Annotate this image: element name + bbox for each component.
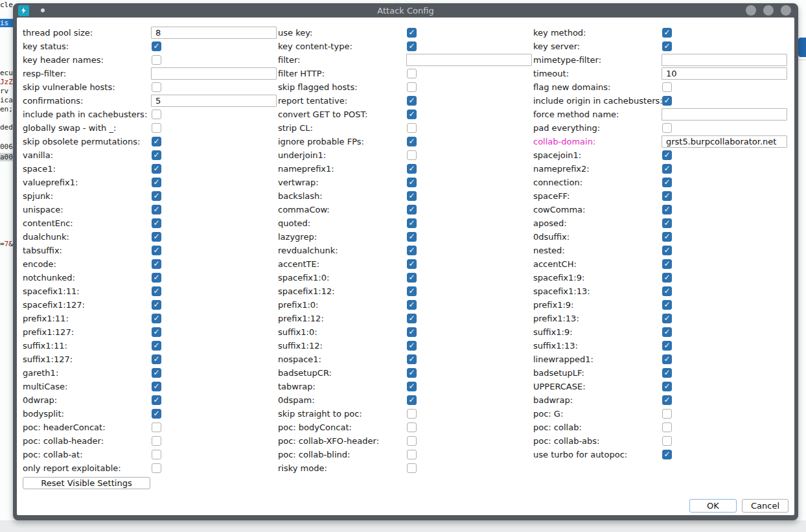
reset-visible-settings-button[interactable]: Reset Visible Settings xyxy=(23,477,150,489)
checkbox-0dwrap[interactable] xyxy=(152,395,161,405)
checkbox-unispace[interactable] xyxy=(152,205,161,214)
input-resp-filter[interactable] xyxy=(151,67,277,80)
checkbox-spacefix1-0[interactable] xyxy=(407,273,417,283)
checkbox-spacefix1-9[interactable] xyxy=(662,273,672,283)
checkbox-filter-http[interactable] xyxy=(407,69,417,78)
input-thread-pool-size[interactable] xyxy=(151,27,277,39)
checkbox-contentenc[interactable] xyxy=(152,218,161,228)
input-collab-domain[interactable] xyxy=(662,135,787,148)
checkbox-key-content-type[interactable] xyxy=(407,41,417,51)
checkbox-poc-collab-at[interactable] xyxy=(152,450,161,459)
checkbox-include-path-in-cachebusters[interactable] xyxy=(152,110,161,119)
checkbox-suffix1-13[interactable] xyxy=(662,341,672,351)
checkbox-nameprefix1[interactable] xyxy=(407,164,417,174)
checkbox-suffix1-12[interactable] xyxy=(407,341,417,351)
checkbox-badsetuplf[interactable] xyxy=(662,368,672,378)
checkbox-bodysplit[interactable] xyxy=(152,409,161,419)
checkbox-poc-collab[interactable] xyxy=(662,422,672,432)
checkbox-revdualchunk[interactable] xyxy=(407,246,417,255)
checkbox-report-tentative[interactable] xyxy=(407,96,417,106)
ok-button[interactable]: OK xyxy=(689,499,737,513)
checkbox-skip-straight-to-poc[interactable] xyxy=(407,409,417,419)
checkbox-spacefix1-12[interactable] xyxy=(407,286,417,296)
checkbox-use-turbo-for-autopoc[interactable] xyxy=(662,450,672,459)
checkbox-pad-everything[interactable] xyxy=(662,123,672,133)
checkbox-poc-bodyconcat[interactable] xyxy=(407,422,417,432)
checkbox-accentte[interactable] xyxy=(407,259,417,269)
checkbox-only-report-exploitable[interactable] xyxy=(152,463,161,473)
checkbox-0dsuffix[interactable] xyxy=(662,232,672,242)
checkbox-ignore-probable-fps[interactable] xyxy=(407,137,417,146)
checkbox-key-server[interactable] xyxy=(662,41,672,51)
checkbox-lazygrep[interactable] xyxy=(407,232,417,242)
checkbox-quoted[interactable] xyxy=(407,218,417,228)
checkbox-include-origin-in-cachebusters[interactable] xyxy=(662,96,672,106)
checkbox-key-header-names[interactable] xyxy=(152,55,161,65)
checkbox-poc-headerconcat[interactable] xyxy=(152,422,161,432)
checkbox-risky-mode[interactable] xyxy=(407,463,417,473)
checkbox-spacejoin1[interactable] xyxy=(662,150,672,160)
checkbox-poc-collab-xfo-header[interactable] xyxy=(407,436,417,446)
checkbox-prefix1-127[interactable] xyxy=(152,327,161,337)
input-confirmations[interactable] xyxy=(151,95,277,107)
checkbox-skip-obsolete-permutations[interactable] xyxy=(152,137,161,146)
checkbox-gareth1[interactable] xyxy=(152,368,161,378)
checkbox-skip-flagged-hosts[interactable] xyxy=(407,82,417,92)
checkbox-prefix1-11[interactable] xyxy=(152,314,161,323)
titlebar[interactable]: Attack Config xyxy=(17,3,794,17)
checkbox-suffix1-11[interactable] xyxy=(152,341,161,351)
checkbox-badsetupcr[interactable] xyxy=(407,368,417,378)
checkbox-multicase[interactable] xyxy=(152,382,161,391)
checkbox-notchunked[interactable] xyxy=(152,273,161,283)
checkbox-vanilla[interactable] xyxy=(152,150,161,160)
checkbox-use-key[interactable] xyxy=(407,28,417,38)
checkbox-prefix1-12[interactable] xyxy=(407,314,417,323)
checkbox-convert-get-to-post[interactable] xyxy=(407,110,417,119)
checkbox-dualchunk[interactable] xyxy=(152,232,161,242)
checkbox-spjunk[interactable] xyxy=(152,191,161,201)
checkbox-underjoin1[interactable] xyxy=(407,150,417,160)
checkbox-backslash[interactable] xyxy=(407,191,417,201)
checkbox-tabsuffix[interactable] xyxy=(152,246,161,255)
checkbox-nameprefix2[interactable] xyxy=(662,164,672,174)
checkbox-flag-new-domains[interactable] xyxy=(662,82,672,92)
checkbox-globally-swap-with[interactable] xyxy=(152,123,161,133)
checkbox-accentch[interactable] xyxy=(662,259,672,269)
checkbox-encode[interactable] xyxy=(152,259,161,269)
checkbox-poc-g[interactable] xyxy=(662,409,672,419)
checkbox-badwrap[interactable] xyxy=(662,395,672,405)
checkbox-spacefix1-13[interactable] xyxy=(662,286,672,296)
checkbox-suffix1-127[interactable] xyxy=(152,354,161,364)
input-mimetype-filter[interactable] xyxy=(662,54,787,66)
checkbox-connection[interactable] xyxy=(662,178,672,187)
checkbox-spacefix1-11[interactable] xyxy=(152,286,161,296)
checkbox-commacow[interactable] xyxy=(407,205,417,214)
checkbox-valueprefix1[interactable] xyxy=(152,178,161,187)
checkbox-poc-collab-blind[interactable] xyxy=(407,450,417,459)
checkbox-tabwrap[interactable] xyxy=(407,382,417,391)
checkbox-key-status[interactable] xyxy=(152,41,161,51)
input-force-method-name[interactable] xyxy=(662,108,787,121)
checkbox-key-method[interactable] xyxy=(662,28,672,38)
checkbox-prefix1-9[interactable] xyxy=(662,300,672,310)
checkbox-cowcomma[interactable] xyxy=(662,205,672,214)
checkbox-aposed[interactable] xyxy=(662,218,672,228)
checkbox-linewrapped1[interactable] xyxy=(662,354,672,364)
checkbox-skip-vulnerable-hosts[interactable] xyxy=(152,82,161,92)
checkbox-nested[interactable] xyxy=(662,246,672,255)
checkbox-uppercase[interactable] xyxy=(662,382,672,391)
checkbox-poc-collab-abs[interactable] xyxy=(662,436,672,446)
checkbox-spacefix1-127[interactable] xyxy=(152,300,161,310)
checkbox-vertwrap[interactable] xyxy=(407,178,417,187)
cancel-button[interactable]: Cancel xyxy=(742,499,789,513)
checkbox-prefix1-13[interactable] xyxy=(662,314,672,323)
checkbox-strip-cl[interactable] xyxy=(407,123,417,133)
checkbox-suffix1-9[interactable] xyxy=(662,327,672,337)
checkbox-nospace1[interactable] xyxy=(407,354,417,364)
checkbox-suffix1-0[interactable] xyxy=(407,327,417,337)
input-filter[interactable] xyxy=(406,54,532,66)
checkbox-space1[interactable] xyxy=(152,164,161,174)
checkbox-spaceff[interactable] xyxy=(662,191,672,201)
checkbox-poc-collab-header[interactable] xyxy=(152,436,161,446)
checkbox-prefix1-0[interactable] xyxy=(407,300,417,310)
